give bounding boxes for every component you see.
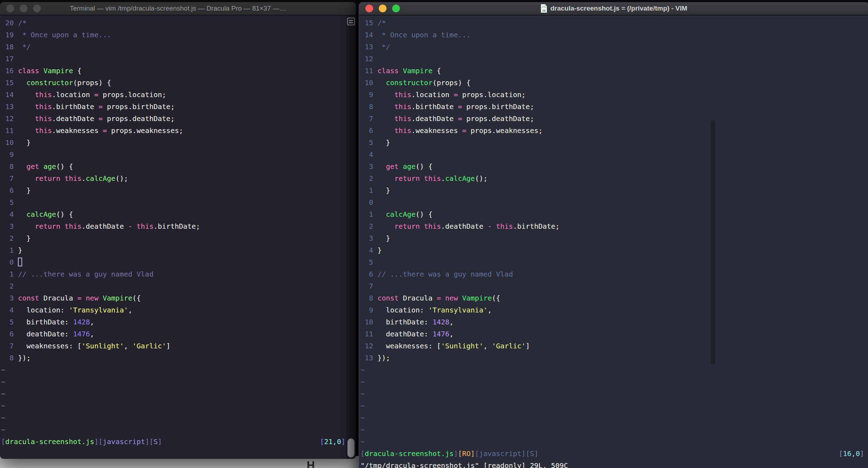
- line-number: 15: [1, 77, 18, 89]
- code-line: 8const Dracula = new Vampire({: [360, 292, 864, 304]
- code-line: 3const Dracula = new Vampire({: [1, 292, 345, 304]
- code-line: 4}: [360, 244, 864, 256]
- line-number: 17: [1, 53, 18, 65]
- line-number: 3: [360, 232, 377, 244]
- tilde-marker: ~: [1, 366, 5, 374]
- line-number: 1: [360, 184, 377, 196]
- code-line: 19 * Once upon a time...: [1, 29, 345, 41]
- close-button[interactable]: [365, 5, 373, 12]
- line-number: 7: [1, 340, 18, 352]
- code-line: 2: [1, 280, 345, 292]
- line-number: 2: [1, 280, 18, 292]
- line-number: 4: [1, 304, 18, 316]
- code-line: 15/*: [360, 17, 864, 29]
- background-text-fragment: H: [307, 459, 315, 468]
- empty-buffer-line: ~: [360, 412, 864, 424]
- statusline-file-info: [dracula-screenshot.js][RO][javascript][…: [360, 448, 538, 460]
- terminal-scrollbar-track[interactable]: [346, 15, 356, 459]
- terminal-titlebar[interactable]: Terminal — vim /tmp/dracula-screenshot.j…: [0, 2, 356, 15]
- macvim-window: JS dracula-screenshot.js = (/private/tmp…: [359, 2, 868, 468]
- code-line: 7 return this.calcAge();: [1, 172, 345, 184]
- code-line: 1 }: [360, 184, 864, 196]
- zoom-button[interactable]: [33, 5, 41, 12]
- terminal-window-title: Terminal — vim /tmp/dracula-screenshot.j…: [70, 5, 286, 12]
- line-number: 5: [360, 137, 377, 148]
- vim-message-line: "/tmp/dracula-screenshot.js" [readonly] …: [360, 460, 864, 468]
- code-line: 6 this.weaknesses = props.weaknesses;: [360, 125, 864, 137]
- code-line: 12 weaknesses: ['Sunlight', 'Garlic']: [360, 340, 864, 352]
- scrollbar-stripe[interactable]: [711, 120, 715, 365]
- minimize-button[interactable]: [379, 5, 387, 12]
- code-line: 14 this.location = props.location;: [1, 89, 345, 101]
- minimize-button[interactable]: [20, 5, 27, 12]
- code-line: 6 deathDate: 1476,: [1, 328, 345, 340]
- empty-buffer-line: ~: [360, 388, 864, 400]
- line-number: 5: [1, 196, 18, 208]
- empty-buffer-line: ~: [360, 400, 864, 412]
- macvim-titlebar[interactable]: JS dracula-screenshot.js = (/private/tmp…: [359, 2, 868, 15]
- tilde-marker: ~: [360, 366, 365, 374]
- code-line: 3 }: [360, 232, 864, 244]
- code-line: 8});: [1, 352, 345, 364]
- code-line: 16class Vampire {: [1, 65, 345, 77]
- line-number: 5: [1, 316, 18, 328]
- tilde-marker: ~: [360, 413, 365, 422]
- code-line: 10 birthDate: 1428,: [360, 316, 864, 328]
- window-controls: [6, 2, 41, 15]
- empty-buffer-line: ~: [360, 364, 864, 376]
- line-number: 3: [1, 292, 18, 304]
- line-number: 6: [1, 184, 18, 196]
- line-number: 8: [1, 160, 18, 172]
- empty-buffer-line: ~: [1, 424, 345, 436]
- terminal-vim-content: 20/*19 * Once upon a time...18 */1716cla…: [0, 15, 356, 459]
- scrollbar-thumb[interactable]: [347, 438, 355, 457]
- code-line: 2 return this.calcAge();: [360, 172, 864, 184]
- line-number: 10: [360, 316, 377, 328]
- window-controls: [365, 2, 400, 15]
- code-line: 4: [360, 148, 864, 160]
- close-button[interactable]: [6, 5, 14, 12]
- line-number: 9: [360, 304, 377, 316]
- code-line: 18 */: [1, 41, 345, 53]
- line-number: 4: [1, 208, 18, 220]
- empty-buffer-line: ~: [360, 376, 864, 388]
- code-line: 3 get age() {: [360, 160, 864, 172]
- line-number: 13: [1, 101, 18, 113]
- line-number: 1: [1, 244, 18, 256]
- vim-statusline: [dracula-screenshot.js][javascript][S] […: [1, 436, 345, 448]
- code-line: 0: [1, 256, 345, 268]
- code-line: 1// ...there was a guy named Vlad: [1, 268, 345, 280]
- code-line: 5: [1, 196, 345, 208]
- tilde-marker: ~: [360, 437, 365, 446]
- line-number: 3: [360, 160, 377, 172]
- code-line: 5 }: [360, 137, 864, 148]
- tilde-marker: ~: [1, 425, 5, 434]
- line-number: 20: [1, 17, 18, 29]
- line-number: 11: [360, 328, 377, 340]
- line-number: 7: [1, 172, 18, 184]
- line-number: 0: [360, 196, 377, 208]
- code-line: 7 weaknesses: ['Sunlight', 'Garlic']: [1, 340, 345, 352]
- vim-command-line: [1, 448, 345, 459]
- macvim-content: 15/*14 * Once upon a time...13 */1211cla…: [359, 15, 868, 468]
- empty-buffer-line: ~: [360, 436, 864, 448]
- code-line: 12: [360, 53, 864, 65]
- line-number: 0: [1, 256, 18, 268]
- tilde-marker: ~: [1, 401, 5, 410]
- vim-buffer[interactable]: 15/*14 * Once upon a time...13 */1211cla…: [360, 17, 864, 448]
- empty-buffer-line: ~: [1, 364, 345, 376]
- code-line: 1 calcAge() {: [360, 208, 864, 220]
- code-line: 15 constructor(props) {: [1, 77, 345, 89]
- line-number: 1: [360, 208, 377, 220]
- vim-buffer[interactable]: 20/*19 * Once upon a time...18 */1716cla…: [1, 17, 345, 436]
- zoom-button[interactable]: [392, 5, 400, 12]
- line-number: 11: [1, 125, 18, 137]
- line-number: 10: [360, 77, 377, 89]
- document-proxy-icon[interactable]: JS: [540, 4, 547, 13]
- line-number: 1: [1, 268, 18, 280]
- vim-statusline: [dracula-screenshot.js][RO][javascript][…: [360, 448, 864, 460]
- split-pane-button[interactable]: [347, 18, 355, 25]
- tilde-marker: ~: [1, 390, 5, 398]
- code-line: 1}: [1, 244, 345, 256]
- line-number: 12: [360, 53, 377, 65]
